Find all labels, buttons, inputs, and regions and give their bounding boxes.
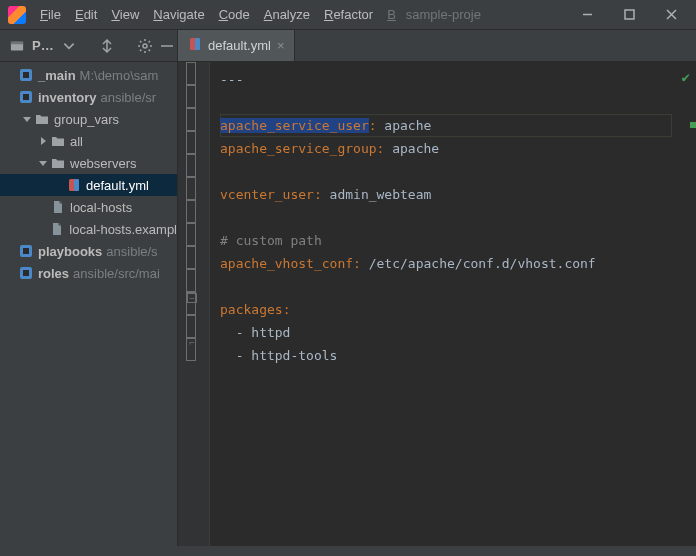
fold-end-icon[interactable]: ⌐ <box>187 339 197 349</box>
code-line[interactable]: apache_vhost_conf: /etc/apache/conf.d/vh… <box>220 252 696 275</box>
titlebar: FileEditViewNavigateCodeAnalyzeRefactorB… <box>0 0 696 30</box>
inspection-ok-icon[interactable]: ✔ <box>682 66 690 89</box>
tree-row-playbooks[interactable]: playbooksansible/s <box>0 240 177 262</box>
code-line[interactable] <box>220 275 696 298</box>
code-line[interactable]: vcenter_user: admin_webteam <box>220 183 696 206</box>
token-str[interactable]: apache <box>384 141 439 156</box>
tree-label: local-hosts.exampl <box>69 222 177 237</box>
svg-rect-15 <box>23 270 29 276</box>
svg-rect-7 <box>23 72 29 78</box>
tree-row-all[interactable]: all <box>0 130 177 152</box>
minimize-button[interactable] <box>566 0 608 30</box>
code-line[interactable] <box>220 160 696 183</box>
gear-icon[interactable] <box>138 38 152 54</box>
tree-row-group-vars[interactable]: group_vars <box>0 108 177 130</box>
chevron-right-icon[interactable] <box>36 137 50 145</box>
tree-row-local-hosts[interactable]: local-hosts <box>0 196 177 218</box>
project-selector-label[interactable]: P… <box>32 38 54 53</box>
token-str[interactable]: apache <box>377 118 432 133</box>
collapse-icon[interactable] <box>100 38 114 54</box>
menu-b[interactable]: B <box>381 4 402 25</box>
folder-icon <box>50 133 66 149</box>
code-line[interactable]: # custom path <box>220 229 696 252</box>
token-doc[interactable]: --- <box>220 72 243 87</box>
editor-tab-default-yml[interactable]: default.yml × <box>178 30 295 61</box>
file-icon <box>50 221 66 237</box>
module-icon <box>18 265 34 281</box>
menu-edit[interactable]: Edit <box>69 4 103 25</box>
token-str[interactable]: /etc/apache/conf.d/vhost.conf <box>361 256 596 271</box>
module-icon <box>18 89 34 105</box>
project-view-icon[interactable] <box>10 38 24 54</box>
token-key[interactable]: apache_service_group <box>220 141 377 156</box>
tree-label: all <box>70 134 83 149</box>
tree-row-local-hosts-exampl[interactable]: local-hosts.exampl <box>0 218 177 240</box>
code-line[interactable]: --- <box>220 68 696 91</box>
chevron-down-icon[interactable] <box>36 159 50 167</box>
yaml-file-icon <box>188 37 202 54</box>
code-line[interactable]: apache_service_user: apache <box>220 114 696 137</box>
chevron-down-icon[interactable] <box>20 115 34 123</box>
menu-file[interactable]: File <box>34 4 67 25</box>
tree-row-webservers[interactable]: webservers <box>0 152 177 174</box>
svg-rect-9 <box>23 94 29 100</box>
close-button[interactable] <box>650 0 692 30</box>
module-icon <box>18 243 34 259</box>
token-key[interactable]: packages <box>220 302 283 317</box>
menu-refactor[interactable]: Refactor <box>318 4 379 25</box>
code-line[interactable] <box>220 206 696 229</box>
token-key[interactable]: : <box>369 118 377 133</box>
token-str[interactable]: admin_webteam <box>322 187 432 202</box>
code-line[interactable]: - httpd <box>220 321 696 344</box>
folder-icon <box>34 111 50 127</box>
code-line[interactable]: packages: <box>220 298 696 321</box>
svg-rect-13 <box>23 248 29 254</box>
hide-tool-icon[interactable] <box>160 38 174 54</box>
editor-tabs: default.yml × <box>178 30 295 61</box>
token-key[interactable]: : <box>314 187 322 202</box>
project-tree-panel: _mainM:\demo\saminventoryansible/srgroup… <box>0 62 178 556</box>
code-line[interactable]: apache_service_group: apache <box>220 137 696 160</box>
menu-analyze[interactable]: Analyze <box>258 4 316 25</box>
token-str[interactable]: httpd-tools <box>251 348 337 363</box>
token-cmt[interactable]: # custom path <box>220 233 322 248</box>
tree-row-default-yml[interactable]: default.yml <box>0 174 177 196</box>
token-key[interactable]: : <box>283 302 291 317</box>
token-str[interactable]: - <box>220 325 251 340</box>
tree-row-roles[interactable]: rolesansible/src/mai <box>0 262 177 284</box>
tree-label: playbooks <box>38 244 102 259</box>
menu-view[interactable]: View <box>105 4 145 25</box>
horizontal-scrollbar[interactable] <box>0 546 696 556</box>
tree-label: _main <box>38 68 76 83</box>
marker-stripe[interactable] <box>690 122 696 128</box>
editor-area[interactable]: −⌐ ---apache_service_user: apacheapache_… <box>178 62 696 556</box>
menu-code[interactable]: Code <box>213 4 256 25</box>
fold-open-icon[interactable]: − <box>187 293 197 303</box>
code-text[interactable]: ---apache_service_user: apacheapache_ser… <box>220 68 696 367</box>
token-str[interactable]: - <box>220 348 251 363</box>
window-title-project: sample-proje <box>406 7 481 22</box>
token-str[interactable]: httpd <box>251 325 290 340</box>
code-line[interactable]: - httpd-tools <box>220 344 696 367</box>
tree-row-inventory[interactable]: inventoryansible/sr <box>0 86 177 108</box>
window-controls <box>566 0 692 30</box>
token-key[interactable]: vcenter_user <box>220 187 314 202</box>
close-tab-icon[interactable]: × <box>277 38 285 53</box>
main-menu: FileEditViewNavigateCodeAnalyzeRefactorB <box>34 4 402 25</box>
tree-hint: M:\demo\sam <box>80 68 159 83</box>
editor-gutter[interactable]: −⌐ <box>178 62 210 556</box>
toolbar: P… default.yml × <box>0 30 696 62</box>
app-logo-icon <box>8 6 26 24</box>
svg-rect-5 <box>195 38 200 50</box>
project-tree[interactable]: _mainM:\demo\saminventoryansible/srgroup… <box>0 62 177 284</box>
token-key[interactable]: apache_service_user <box>220 118 369 133</box>
maximize-button[interactable] <box>608 0 650 30</box>
token-key[interactable]: : <box>353 256 361 271</box>
token-key[interactable]: apache_vhost_conf <box>220 256 353 271</box>
tree-row--main[interactable]: _mainM:\demo\sam <box>0 64 177 86</box>
tree-label: group_vars <box>54 112 119 127</box>
module-icon <box>18 67 34 83</box>
code-line[interactable] <box>220 91 696 114</box>
chevron-down-icon[interactable] <box>62 38 76 54</box>
menu-navigate[interactable]: Navigate <box>147 4 210 25</box>
